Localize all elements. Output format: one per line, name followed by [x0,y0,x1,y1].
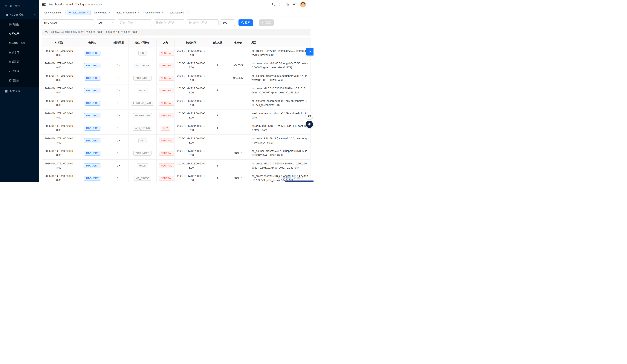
cell-strategy: MA_CROSS [128,59,157,72]
cell-confirm [208,72,227,85]
user-avatar[interactable] [300,1,306,7]
tab-close-icon[interactable]: × [62,11,64,14]
search-icon[interactable] [272,3,275,6]
cell-reason: no_bounce: close=94997.00 upper=95878.12… [249,147,311,160]
fullscreen-icon[interactable] [279,3,282,6]
tab-route.mlPredictions[interactable]: route.mlPredictions× [113,10,141,15]
cell-trigger-time: 2026-01-14T22:00:00+08:00 [174,109,208,122]
direction-tag: NEUTRAL [159,163,174,168]
cell-trigger-time: 2026-01-14T22:00:00+08:00 [174,147,208,160]
summary-alert: 总计: 2093 rows | 范围: 2025-12-26T21:00:00+… [42,29,311,36]
contract-tag[interactable]: BTC-USDT [84,88,101,93]
end-time-input[interactable] [187,19,219,26]
start-time-input[interactable] [154,19,185,26]
kb-submenu: 特征指标交易信号机器学习预测在线学习集成决策订单管理行情数据 [0,19,39,87]
interval-select[interactable]: 1H [96,19,116,26]
tab-label: route.features [169,11,184,14]
cell-contract: BTC-USDT [76,109,109,122]
caret-down-icon[interactable]: ▾ [309,3,311,6]
font-size-icon[interactable]: TT [286,3,290,6]
sidebar-item[interactable]: 在线学习 [0,48,39,57]
sidebar-item-config[interactable]: 配置管理 [0,87,39,96]
cell-contract: BTC-USDT [76,72,109,85]
tab-route.onlineMl[interactable]: route.onlineMl× [143,10,165,15]
cell-direction: BUY [157,122,174,135]
sidebar-item[interactable]: 行情数据 [0,76,39,85]
sidebar-item[interactable]: 特征指标 [0,20,39,29]
cell-close [227,85,249,97]
contract-tag[interactable]: BTC-USDT [84,113,101,118]
sidebar-group-kb-trading[interactable]: KB交易系统 [0,10,39,19]
tab-route.features[interactable]: route.features× [167,10,189,15]
tab-close-icon[interactable]: × [185,11,187,14]
symbol-input[interactable] [42,19,94,26]
cell-trigger-time: 2026-01-14T22:00:00+08:00 [174,160,208,172]
search-button[interactable]: 搜索 [239,19,253,26]
strategy-tag: MA_CROSS [134,176,151,181]
cell-timestamp: 2026-01-14T22:00:00+08:00 [42,135,76,147]
contract-tag[interactable]: BTC-USDT [84,76,101,81]
cell-trigger-time: 2026-01-14T23:00:00+08:00 [174,85,208,97]
contract-tag[interactable]: BTC-USDT [84,63,101,68]
cell-contract: BTC-USDT [76,147,109,160]
cell-contract: BTC-USDT [76,47,109,59]
tab-label: route.mlPredictions [116,11,136,14]
tab-close-icon[interactable]: × [109,11,110,14]
sidebar-item[interactable]: 订单管理 [0,67,39,76]
cell-close [227,160,249,172]
cell-period: 1H [109,59,128,72]
float-widget-logo[interactable] [306,121,313,128]
sidebar-item[interactable]: 交易信号 [0,29,39,39]
cell-direction: NEUTRAL [157,72,174,85]
logo-dot-icon [308,123,311,126]
breadcrumb-kbtrading[interactable]: route.kbTrading [65,3,84,6]
sidebar-item[interactable]: 集成决策 [0,57,39,67]
tab-route.ensemble[interactable]: route.ensemble× [42,10,66,15]
translate-icon[interactable]: A字 [293,3,297,6]
tab-close-icon[interactable]: × [162,11,163,14]
tab-route.orders[interactable]: route.orders× [92,10,112,15]
cell-reason: no_bounce: close=96405.50 upper=96317.71… [249,72,311,85]
tab-close-icon[interactable]: × [138,11,140,14]
contract-tag[interactable]: BTC-USDT [84,51,101,56]
cell-confirm [208,97,227,109]
cell-period: 1H [109,47,128,59]
contract-tag[interactable]: BTC-USDT [84,151,101,156]
menu-fold-icon[interactable] [42,3,46,6]
settings-drawer-button[interactable] [306,48,314,55]
top-header: Dashboard / route.kbTrading / route.sign… [39,0,314,9]
cell-reason: no_cross: MACD=0.715204 SIGNAL=0.716181 … [249,85,311,97]
strategy-input[interactable] [118,19,152,26]
watermark: 掘金技术社区 @ 弥近之 [278,176,304,180]
float-widget-badge[interactable]: 88 [306,112,313,119]
cell-direction: NEUTRAL [157,97,174,109]
contract-tag[interactable]: BTC-USDT [84,163,101,168]
reset-button[interactable]: 重置 [259,19,274,26]
gear-icon [308,49,312,54]
table-row: 2026-01-14T22:00:00+08:00BTC-USDT1HMOMEN… [42,109,311,122]
column-header: 策略（可选） [128,39,157,47]
contract-tag[interactable]: BTC-USDT [84,126,101,131]
cell-direction: NEUTRAL [157,59,174,72]
table-row: 2026-01-14T23:00:00+08:00BTC-USDT1HRSINE… [42,47,311,59]
breadcrumb-dashboard[interactable]: Dashboard [49,3,62,6]
contract-tag[interactable]: BTC-USDT [84,101,101,106]
cell-strategy: RSI [128,135,157,147]
strategy-tag: RSI [138,138,147,143]
breadcrumb: Dashboard / route.kbTrading / route.sign… [49,3,102,6]
direction-tag: NEUTRAL [159,101,174,106]
limit-input[interactable] [220,19,235,26]
strategy-tag: MACD [137,163,148,168]
tab-route.signals[interactable]: route.signals× [67,10,90,15]
tab-label: route.orders [94,11,107,14]
cell-close: 96405.5 [227,72,249,85]
sidebar-item[interactable]: 机器学习预测 [0,39,39,48]
cell-period: 1H [109,109,128,122]
strategy-tag: BOLLINGER [133,76,151,81]
contract-tag[interactable]: BTC-USDT [84,138,101,143]
contract-tag[interactable]: BTC-USDT [84,176,101,181]
cell-reason: no_cross: RSI=70.87 (oversold=30.0, over… [249,47,311,59]
sidebar-item-account[interactable]: ¥ 账户管理 [0,1,39,10]
tab-close-icon[interactable]: × [87,11,89,14]
cell-direction: NEUTRAL [157,47,174,59]
